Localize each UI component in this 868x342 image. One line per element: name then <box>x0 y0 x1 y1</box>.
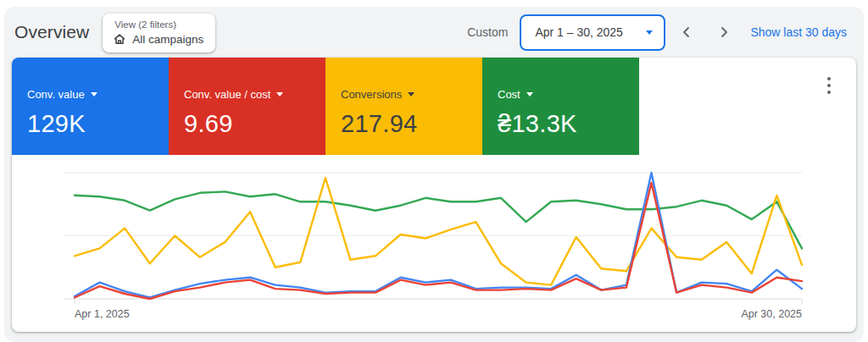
chart-series <box>75 173 802 299</box>
metric-label: Cost <box>498 88 520 101</box>
date-range-mode-label: Custom <box>467 25 508 39</box>
chevron-down-icon <box>276 92 283 97</box>
view-filter-caption: View (2 filters) <box>114 19 203 30</box>
series-line-cost <box>75 191 802 248</box>
metric-card-conv-value-cost[interactable]: Conv. value / cost 9.69 <box>169 58 326 155</box>
metric-value: ₴13.3K <box>498 110 626 138</box>
metric-label: Conv. value <box>27 88 85 101</box>
more-options-button[interactable] <box>817 73 841 98</box>
date-range-value: Apr 1 – 30, 2025 <box>535 25 623 39</box>
home-icon <box>113 32 126 46</box>
series-line-conv_value <box>75 173 802 298</box>
metric-value: 217.94 <box>341 110 469 138</box>
next-period-button[interactable] <box>708 16 740 48</box>
previous-period-button[interactable] <box>670 16 703 48</box>
view-filter-value: All campaigns <box>132 33 203 46</box>
metric-label: Conv. value / cost <box>184 88 270 101</box>
overview-panel: Overview View (2 filters) All campaigns … <box>4 7 864 342</box>
metric-label: Conversions <box>341 88 402 101</box>
metric-card-conv-value[interactable]: Conv. value 129K <box>12 58 169 155</box>
show-last-30-days-link[interactable]: Show last 30 days <box>750 25 847 39</box>
chevron-down-icon <box>408 92 415 97</box>
more-options-icon <box>827 77 831 80</box>
x-axis-end-label: Apr 30, 2025 <box>741 308 802 320</box>
metric-value: 129K <box>27 110 155 138</box>
overview-page: Overview View (2 filters) All campaigns … <box>0 0 868 342</box>
chevron-right-icon <box>717 25 731 39</box>
chart-gridlines <box>64 173 802 304</box>
metrics-row: Conv. value 129K Conv. value / cost 9.69… <box>12 58 639 155</box>
series-line-conv_value_cost <box>75 183 802 299</box>
overview-card: Apr 1, 2025 Apr 30, 2025 Conv. value 129… <box>12 58 856 332</box>
chevron-down-icon <box>91 92 97 97</box>
x-axis-start-label: Apr 1, 2025 <box>75 308 130 320</box>
view-filter-chip[interactable]: View (2 filters) All campaigns <box>103 14 215 52</box>
chevron-down-icon <box>646 30 653 35</box>
metric-card-conversions[interactable]: Conversions 217.94 <box>326 58 482 155</box>
page-title: Overview <box>14 22 89 42</box>
metric-value: 9.69 <box>184 110 312 138</box>
header-row: Overview View (2 filters) All campaigns … <box>4 7 864 58</box>
date-range-selector[interactable]: Apr 1 – 30, 2025 <box>520 14 665 51</box>
chevron-down-icon <box>526 92 533 97</box>
metric-card-cost[interactable]: Cost ₴13.3K <box>482 58 639 155</box>
chevron-left-icon <box>680 25 693 39</box>
series-line-conversions <box>75 178 802 285</box>
